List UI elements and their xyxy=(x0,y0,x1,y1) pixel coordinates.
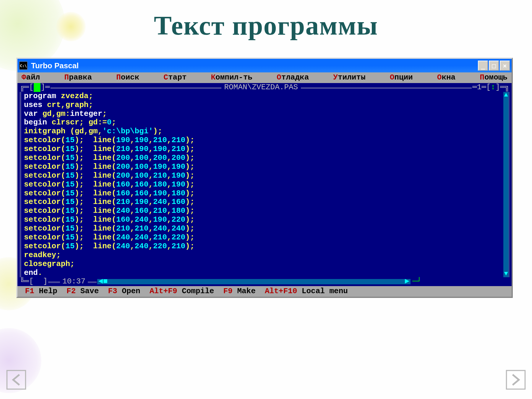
ide-surface: ФайлПравкаПоискСтартКомпил-тьОтладкаУтил… xyxy=(17,72,512,297)
editor-frame-top: ╔ ═[ ■ ]═ ROMAN\ZVEZDA.PAS ═1═[ ↕ ]═ ╗ xyxy=(17,83,512,92)
frame-corner: ╚ xyxy=(20,277,25,286)
minimize-button[interactable]: _ xyxy=(478,61,488,71)
horizontal-scrollbar[interactable]: ◄■ ► xyxy=(97,279,411,284)
menu-item[interactable]: Правка xyxy=(63,73,93,82)
menu-item[interactable]: Помощь xyxy=(479,73,509,82)
scroll-left-icon[interactable]: ◄■ xyxy=(98,277,108,286)
statusbar: F1 Help F2 Save F3 Open Alt+F9 Compile F… xyxy=(17,286,512,297)
frame-resize-marker[interactable]: ↕ xyxy=(491,83,496,92)
window-titlebar[interactable]: C:\ Turbo Pascal _ □ × xyxy=(17,59,512,72)
svg-rect-1 xyxy=(507,371,525,389)
menu-item[interactable]: Файл xyxy=(20,73,41,82)
frame-right-segment: ═1═[ xyxy=(472,83,491,92)
menu-item[interactable]: Поиск xyxy=(115,73,140,82)
svg-rect-0 xyxy=(7,371,26,389)
frame-marker-open: ═[ xyxy=(25,277,34,286)
menu-item[interactable]: Отладка xyxy=(275,73,310,82)
prev-slide-button[interactable] xyxy=(6,369,27,390)
code-editor[interactable]: program zvezda; uses crt,graph; var gd,g… xyxy=(24,92,505,278)
frame-corner: ╔ xyxy=(20,83,25,92)
editor-frame-bottom: ╚ ═[ █ ] 10:37 ◄■ ► ─┘ xyxy=(17,277,512,286)
frame-marker-open: ═[ xyxy=(25,83,34,92)
frame-marker-close: ]═ xyxy=(40,83,50,92)
scroll-right-icon[interactable]: ► xyxy=(405,277,409,286)
editor-filename: ROMAN\ZVEZDA.PAS xyxy=(222,83,301,92)
vertical-scrollbar[interactable]: ▲ ▼ xyxy=(503,92,509,278)
turbo-pascal-window: C:\ Turbo Pascal _ □ × ФайлПравкаПоискСт… xyxy=(16,58,513,298)
frame-active-marker[interactable]: ■ xyxy=(34,83,41,92)
frame-left xyxy=(20,92,24,278)
menu-item[interactable]: Компил-ть xyxy=(210,73,253,82)
close-button[interactable]: × xyxy=(500,61,510,71)
scroll-down-icon[interactable]: ▼ xyxy=(504,271,508,277)
scroll-up-icon[interactable]: ▲ xyxy=(504,92,508,98)
frame-right-close: ]═ xyxy=(495,83,505,92)
menu-item[interactable]: Окна xyxy=(436,73,457,82)
frame-marker-close: ] xyxy=(43,277,48,286)
frame-right: ▲ ▼ xyxy=(505,92,509,278)
next-slide-button[interactable] xyxy=(505,369,526,390)
window-title: Turbo Pascal xyxy=(31,61,478,70)
menubar[interactable]: ФайлПравкаПоискСтартКомпил-тьОтладкаУтил… xyxy=(17,72,512,83)
menu-item[interactable]: Опции xyxy=(389,73,414,82)
app-icon: C:\ xyxy=(19,61,27,70)
maximize-button[interactable]: □ xyxy=(489,61,499,71)
background-blob xyxy=(56,12,86,41)
menu-item[interactable]: Старт xyxy=(162,73,188,82)
resize-corner-icon[interactable]: ─┘ xyxy=(411,277,421,286)
clock-label: 10:37 xyxy=(61,277,87,286)
menu-item[interactable]: Утилиты xyxy=(332,73,366,82)
frame-corner: ╗ xyxy=(505,83,509,92)
